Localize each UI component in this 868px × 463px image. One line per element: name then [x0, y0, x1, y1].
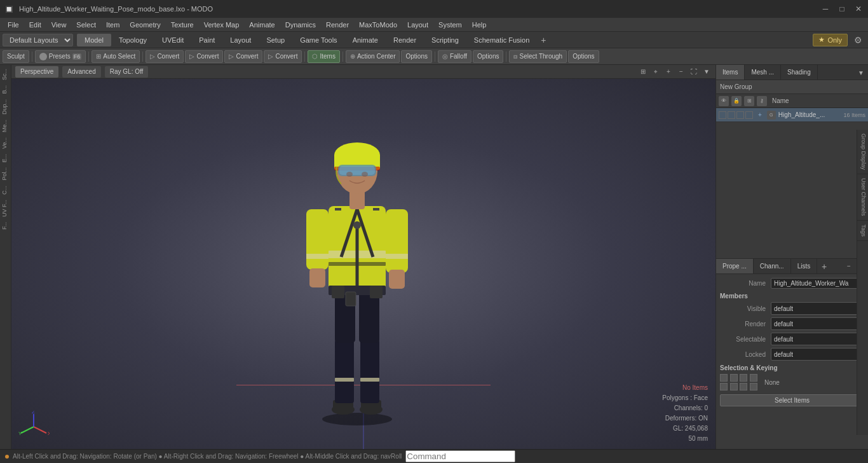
- sidebar-item-me[interactable]: Me...: [0, 117, 11, 135]
- menu-system[interactable]: System: [433, 18, 467, 31]
- items-lock-icon[interactable]: 🔒: [731, 96, 742, 106]
- keying-dot-6[interactable]: [730, 383, 738, 390]
- layout-tab-render[interactable]: Render: [386, 34, 424, 46]
- vp-tab-perspective[interactable]: Perspective: [15, 66, 58, 78]
- sidebar-item-c[interactable]: C...: [0, 183, 11, 197]
- menu-item[interactable]: Item: [101, 18, 125, 31]
- convert4-button[interactable]: ▷ Convert: [264, 50, 302, 63]
- keying-dot-2[interactable]: [730, 374, 738, 382]
- menu-texture[interactable]: Texture: [166, 18, 199, 31]
- selectable-dropdown[interactable]: default ▾: [771, 333, 864, 345]
- sidebar-item-e[interactable]: E...: [0, 151, 11, 165]
- vp-fit-icon[interactable]: ⌖: [651, 67, 661, 77]
- sculpt-button[interactable]: Sculpt: [3, 50, 29, 63]
- menu-maxtomodo[interactable]: MaxToModo: [354, 18, 402, 31]
- sidebar-item-uvf[interactable]: UV F...: [0, 197, 11, 219]
- props-tab-channels[interactable]: Chann...: [754, 259, 791, 273]
- menu-animate[interactable]: Animate: [244, 18, 280, 31]
- convert1-button[interactable]: ▷ Convert: [146, 50, 184, 63]
- items-cb-key[interactable]: [745, 111, 753, 119]
- vp-tab-advanced[interactable]: Advanced: [62, 66, 100, 78]
- convert2-button[interactable]: ▷ Convert: [185, 50, 223, 63]
- options1-button[interactable]: Options: [401, 50, 431, 63]
- items-grid-icon[interactable]: ⊞: [744, 96, 754, 106]
- vp-layout-icon[interactable]: ⊞: [638, 67, 648, 77]
- layout-add-button[interactable]: +: [537, 34, 550, 46]
- menu-vertexmap[interactable]: Vertex Map: [199, 18, 245, 31]
- items-newgroup[interactable]: New Group: [716, 80, 868, 94]
- items-eye-icon[interactable]: 👁: [719, 96, 729, 106]
- keying-dot-5[interactable]: [720, 383, 728, 390]
- auto-select-button[interactable]: ⊞ Auto Select: [92, 50, 140, 63]
- layout-only-button[interactable]: ★ Only: [813, 34, 848, 46]
- menu-select[interactable]: Select: [71, 18, 101, 31]
- vp-settings-icon[interactable]: ▼: [702, 67, 712, 77]
- viewport-canvas[interactable]: X Y Z No Items Polygons : Face Channels:…: [11, 79, 715, 449]
- layout-settings-icon[interactable]: ⚙: [850, 34, 865, 46]
- viewport[interactable]: Perspective Advanced Ray GL: Off ⊞ ⌖ + −…: [11, 65, 715, 449]
- sidebar-item-f[interactable]: F...: [0, 219, 11, 232]
- sidebar-item-ve[interactable]: Ve...: [0, 135, 11, 151]
- layout-tab-layout[interactable]: Layout: [222, 34, 259, 46]
- rp-tab-items[interactable]: Items: [716, 65, 745, 79]
- menu-edit[interactable]: Edit: [24, 18, 46, 31]
- rvt-tags[interactable]: Tags: [857, 221, 868, 241]
- items-key-icon[interactable]: ⚷: [757, 96, 767, 106]
- menu-dynamics[interactable]: Dynamics: [280, 18, 321, 31]
- select-through-button[interactable]: ⧈ Select Through: [509, 50, 567, 63]
- props-tab-properties[interactable]: Prope ...: [716, 259, 754, 273]
- convert3-button[interactable]: ▷ Convert: [224, 50, 262, 63]
- props-add-button[interactable]: +: [817, 259, 831, 274]
- presets-button[interactable]: Presets F6: [35, 50, 86, 63]
- layout-dropdown[interactable]: Default Layouts: [3, 34, 73, 46]
- items-cb-eye[interactable]: [719, 111, 726, 119]
- keying-dot-1[interactable]: [720, 374, 728, 382]
- titlebar-controls[interactable]: ─ □ ✕: [821, 4, 863, 13]
- vp-zoom-out-icon[interactable]: −: [676, 67, 686, 77]
- props-tab-lists[interactable]: Lists: [791, 259, 818, 273]
- layout-tab-setup[interactable]: Setup: [259, 34, 292, 46]
- items-button[interactable]: ⬡ Items: [308, 50, 339, 63]
- close-button[interactable]: ✕: [854, 4, 863, 13]
- layout-tab-scripting[interactable]: Scripting: [424, 34, 466, 46]
- command-input[interactable]: [405, 450, 515, 462]
- layout-tab-topology[interactable]: Topology: [111, 34, 154, 46]
- rvt-group-display[interactable]: Group Display: [857, 130, 868, 174]
- layout-tab-gametools[interactable]: Game Tools: [292, 34, 345, 46]
- menu-help[interactable]: Help: [467, 18, 492, 31]
- rp-tab-shading[interactable]: Shading: [781, 65, 818, 79]
- render-dropdown[interactable]: default ▾: [771, 317, 864, 330]
- sidebar-item-dup[interactable]: Dup...: [0, 97, 11, 117]
- falloff-button[interactable]: ◎ Falloff: [438, 50, 471, 63]
- menu-view[interactable]: View: [46, 18, 72, 31]
- layout-tab-schematicfusion[interactable]: Schematic Fusion: [466, 34, 537, 46]
- sidebar-item-pol[interactable]: Pol...: [0, 165, 11, 183]
- keying-dot-8[interactable]: [750, 383, 757, 390]
- vp-tab-raygl[interactable]: Ray GL: Off: [105, 66, 149, 78]
- sidebar-item-sculpt[interactable]: Sc...: [0, 66, 11, 83]
- menu-file[interactable]: File: [3, 18, 24, 31]
- select-items-button[interactable]: Select Items: [720, 394, 864, 406]
- visible-dropdown[interactable]: default ▾: [771, 302, 864, 315]
- layout-tab-uvedit[interactable]: UVEdit: [154, 34, 191, 46]
- menu-geometry[interactable]: Geometry: [125, 18, 165, 31]
- menu-render[interactable]: Render: [321, 18, 354, 31]
- items-cb-render[interactable]: [736, 111, 744, 119]
- keying-dot-4[interactable]: [750, 374, 757, 382]
- rvt-user-channels[interactable]: User Channels: [857, 174, 868, 221]
- rp-expand-icon[interactable]: ▼: [854, 65, 868, 80]
- layout-tab-paint[interactable]: Paint: [191, 34, 222, 46]
- name-input[interactable]: [771, 278, 864, 289]
- layout-tab-model[interactable]: Model: [77, 34, 111, 46]
- minimize-button[interactable]: ─: [821, 4, 830, 13]
- vp-zoom-in-icon[interactable]: +: [663, 67, 674, 77]
- keying-dot-3[interactable]: [740, 374, 747, 382]
- menu-layout[interactable]: Layout: [402, 18, 433, 31]
- locked-dropdown[interactable]: default ▾: [771, 348, 864, 361]
- items-cb-lock[interactable]: [728, 111, 735, 119]
- vp-fullscreen-icon[interactable]: ⛶: [689, 67, 699, 77]
- layout-tab-animate[interactable]: Animate: [345, 34, 386, 46]
- props-minimize-icon[interactable]: −: [843, 259, 855, 274]
- options3-button[interactable]: Options: [568, 50, 599, 63]
- action-center-button[interactable]: ⊕ Action Center: [346, 50, 400, 63]
